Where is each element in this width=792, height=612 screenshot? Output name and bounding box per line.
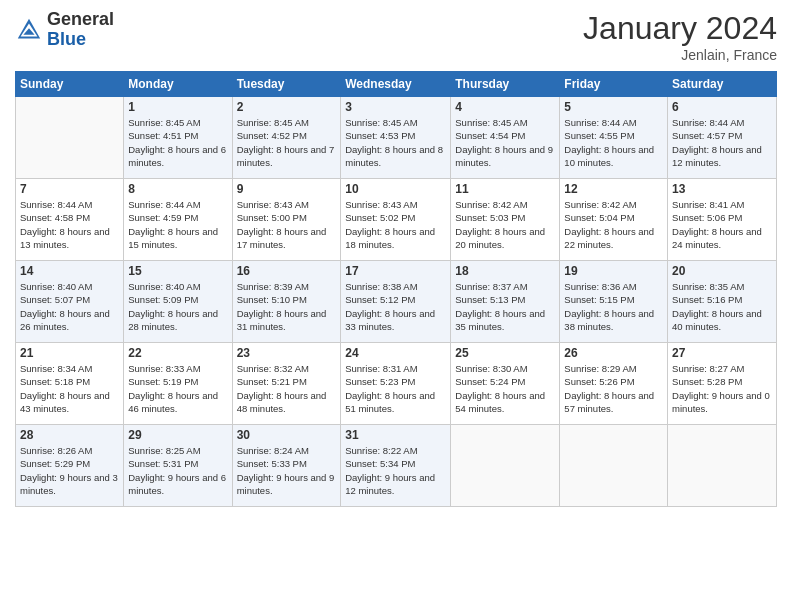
day-number: 21 bbox=[20, 346, 119, 360]
day-cell-30: 30Sunrise: 8:24 AMSunset: 5:33 PMDayligh… bbox=[232, 425, 341, 507]
day-cell-11: 11Sunrise: 8:42 AMSunset: 5:03 PMDayligh… bbox=[451, 179, 560, 261]
logo-text: General Blue bbox=[47, 10, 114, 50]
day-cell-2: 2Sunrise: 8:45 AMSunset: 4:52 PMDaylight… bbox=[232, 97, 341, 179]
week-row-4: 21Sunrise: 8:34 AMSunset: 5:18 PMDayligh… bbox=[16, 343, 777, 425]
day-cell-6: 6Sunrise: 8:44 AMSunset: 4:57 PMDaylight… bbox=[668, 97, 777, 179]
weekday-header-saturday: Saturday bbox=[668, 72, 777, 97]
week-row-3: 14Sunrise: 8:40 AMSunset: 5:07 PMDayligh… bbox=[16, 261, 777, 343]
day-cell-17: 17Sunrise: 8:38 AMSunset: 5:12 PMDayligh… bbox=[341, 261, 451, 343]
weekday-header-monday: Monday bbox=[124, 72, 232, 97]
weekday-header-thursday: Thursday bbox=[451, 72, 560, 97]
day-number: 8 bbox=[128, 182, 227, 196]
day-cell-22: 22Sunrise: 8:33 AMSunset: 5:19 PMDayligh… bbox=[124, 343, 232, 425]
day-cell-8: 8Sunrise: 8:44 AMSunset: 4:59 PMDaylight… bbox=[124, 179, 232, 261]
day-number: 10 bbox=[345, 182, 446, 196]
day-cell-32 bbox=[451, 425, 560, 507]
location: Jenlain, France bbox=[583, 47, 777, 63]
day-number: 18 bbox=[455, 264, 555, 278]
day-cell-13: 13Sunrise: 8:41 AMSunset: 5:06 PMDayligh… bbox=[668, 179, 777, 261]
title-block: January 2024 Jenlain, France bbox=[583, 10, 777, 63]
logo-icon bbox=[15, 16, 43, 44]
weekday-header-sunday: Sunday bbox=[16, 72, 124, 97]
week-row-2: 7Sunrise: 8:44 AMSunset: 4:58 PMDaylight… bbox=[16, 179, 777, 261]
header: General Blue January 2024 Jenlain, Franc… bbox=[15, 10, 777, 63]
day-info: Sunrise: 8:40 AMSunset: 5:07 PMDaylight:… bbox=[20, 280, 119, 333]
day-info: Sunrise: 8:45 AMSunset: 4:53 PMDaylight:… bbox=[345, 116, 446, 169]
day-number: 30 bbox=[237, 428, 337, 442]
week-row-5: 28Sunrise: 8:26 AMSunset: 5:29 PMDayligh… bbox=[16, 425, 777, 507]
day-info: Sunrise: 8:44 AMSunset: 4:59 PMDaylight:… bbox=[128, 198, 227, 251]
day-cell-34 bbox=[668, 425, 777, 507]
day-cell-15: 15Sunrise: 8:40 AMSunset: 5:09 PMDayligh… bbox=[124, 261, 232, 343]
day-cell-26: 26Sunrise: 8:29 AMSunset: 5:26 PMDayligh… bbox=[560, 343, 668, 425]
day-number: 6 bbox=[672, 100, 772, 114]
week-row-1: 1Sunrise: 8:45 AMSunset: 4:51 PMDaylight… bbox=[16, 97, 777, 179]
day-number: 16 bbox=[237, 264, 337, 278]
day-info: Sunrise: 8:38 AMSunset: 5:12 PMDaylight:… bbox=[345, 280, 446, 333]
day-info: Sunrise: 8:29 AMSunset: 5:26 PMDaylight:… bbox=[564, 362, 663, 415]
day-cell-16: 16Sunrise: 8:39 AMSunset: 5:10 PMDayligh… bbox=[232, 261, 341, 343]
day-number: 14 bbox=[20, 264, 119, 278]
day-info: Sunrise: 8:34 AMSunset: 5:18 PMDaylight:… bbox=[20, 362, 119, 415]
day-info: Sunrise: 8:44 AMSunset: 4:57 PMDaylight:… bbox=[672, 116, 772, 169]
day-info: Sunrise: 8:39 AMSunset: 5:10 PMDaylight:… bbox=[237, 280, 337, 333]
month-title: January 2024 bbox=[583, 10, 777, 47]
day-cell-29: 29Sunrise: 8:25 AMSunset: 5:31 PMDayligh… bbox=[124, 425, 232, 507]
day-info: Sunrise: 8:36 AMSunset: 5:15 PMDaylight:… bbox=[564, 280, 663, 333]
day-info: Sunrise: 8:31 AMSunset: 5:23 PMDaylight:… bbox=[345, 362, 446, 415]
day-info: Sunrise: 8:41 AMSunset: 5:06 PMDaylight:… bbox=[672, 198, 772, 251]
weekday-header-friday: Friday bbox=[560, 72, 668, 97]
day-cell-23: 23Sunrise: 8:32 AMSunset: 5:21 PMDayligh… bbox=[232, 343, 341, 425]
day-number: 11 bbox=[455, 182, 555, 196]
day-info: Sunrise: 8:22 AMSunset: 5:34 PMDaylight:… bbox=[345, 444, 446, 497]
day-cell-0 bbox=[16, 97, 124, 179]
day-number: 9 bbox=[237, 182, 337, 196]
day-number: 7 bbox=[20, 182, 119, 196]
day-cell-31: 31Sunrise: 8:22 AMSunset: 5:34 PMDayligh… bbox=[341, 425, 451, 507]
day-number: 23 bbox=[237, 346, 337, 360]
day-cell-14: 14Sunrise: 8:40 AMSunset: 5:07 PMDayligh… bbox=[16, 261, 124, 343]
day-number: 25 bbox=[455, 346, 555, 360]
day-number: 19 bbox=[564, 264, 663, 278]
day-number: 4 bbox=[455, 100, 555, 114]
page: General Blue January 2024 Jenlain, Franc… bbox=[0, 0, 792, 612]
day-number: 1 bbox=[128, 100, 227, 114]
day-cell-4: 4Sunrise: 8:45 AMSunset: 4:54 PMDaylight… bbox=[451, 97, 560, 179]
day-number: 27 bbox=[672, 346, 772, 360]
day-number: 15 bbox=[128, 264, 227, 278]
day-info: Sunrise: 8:44 AMSunset: 4:55 PMDaylight:… bbox=[564, 116, 663, 169]
day-cell-21: 21Sunrise: 8:34 AMSunset: 5:18 PMDayligh… bbox=[16, 343, 124, 425]
day-cell-3: 3Sunrise: 8:45 AMSunset: 4:53 PMDaylight… bbox=[341, 97, 451, 179]
day-cell-25: 25Sunrise: 8:30 AMSunset: 5:24 PMDayligh… bbox=[451, 343, 560, 425]
day-info: Sunrise: 8:40 AMSunset: 5:09 PMDaylight:… bbox=[128, 280, 227, 333]
day-number: 17 bbox=[345, 264, 446, 278]
logo: General Blue bbox=[15, 10, 114, 50]
day-info: Sunrise: 8:45 AMSunset: 4:51 PMDaylight:… bbox=[128, 116, 227, 169]
weekday-header-wednesday: Wednesday bbox=[341, 72, 451, 97]
day-cell-33 bbox=[560, 425, 668, 507]
day-info: Sunrise: 8:33 AMSunset: 5:19 PMDaylight:… bbox=[128, 362, 227, 415]
day-info: Sunrise: 8:43 AMSunset: 5:02 PMDaylight:… bbox=[345, 198, 446, 251]
day-number: 28 bbox=[20, 428, 119, 442]
logo-general: General bbox=[47, 9, 114, 29]
day-number: 13 bbox=[672, 182, 772, 196]
day-cell-24: 24Sunrise: 8:31 AMSunset: 5:23 PMDayligh… bbox=[341, 343, 451, 425]
day-info: Sunrise: 8:35 AMSunset: 5:16 PMDaylight:… bbox=[672, 280, 772, 333]
day-number: 24 bbox=[345, 346, 446, 360]
day-info: Sunrise: 8:42 AMSunset: 5:03 PMDaylight:… bbox=[455, 198, 555, 251]
day-info: Sunrise: 8:32 AMSunset: 5:21 PMDaylight:… bbox=[237, 362, 337, 415]
day-info: Sunrise: 8:30 AMSunset: 5:24 PMDaylight:… bbox=[455, 362, 555, 415]
day-info: Sunrise: 8:25 AMSunset: 5:31 PMDaylight:… bbox=[128, 444, 227, 497]
day-cell-7: 7Sunrise: 8:44 AMSunset: 4:58 PMDaylight… bbox=[16, 179, 124, 261]
day-cell-5: 5Sunrise: 8:44 AMSunset: 4:55 PMDaylight… bbox=[560, 97, 668, 179]
day-info: Sunrise: 8:27 AMSunset: 5:28 PMDaylight:… bbox=[672, 362, 772, 415]
weekday-header-row: SundayMondayTuesdayWednesdayThursdayFrid… bbox=[16, 72, 777, 97]
logo-blue: Blue bbox=[47, 29, 86, 49]
day-cell-20: 20Sunrise: 8:35 AMSunset: 5:16 PMDayligh… bbox=[668, 261, 777, 343]
day-cell-18: 18Sunrise: 8:37 AMSunset: 5:13 PMDayligh… bbox=[451, 261, 560, 343]
calendar-table: SundayMondayTuesdayWednesdayThursdayFrid… bbox=[15, 71, 777, 507]
day-number: 29 bbox=[128, 428, 227, 442]
day-info: Sunrise: 8:24 AMSunset: 5:33 PMDaylight:… bbox=[237, 444, 337, 497]
day-number: 3 bbox=[345, 100, 446, 114]
day-number: 20 bbox=[672, 264, 772, 278]
